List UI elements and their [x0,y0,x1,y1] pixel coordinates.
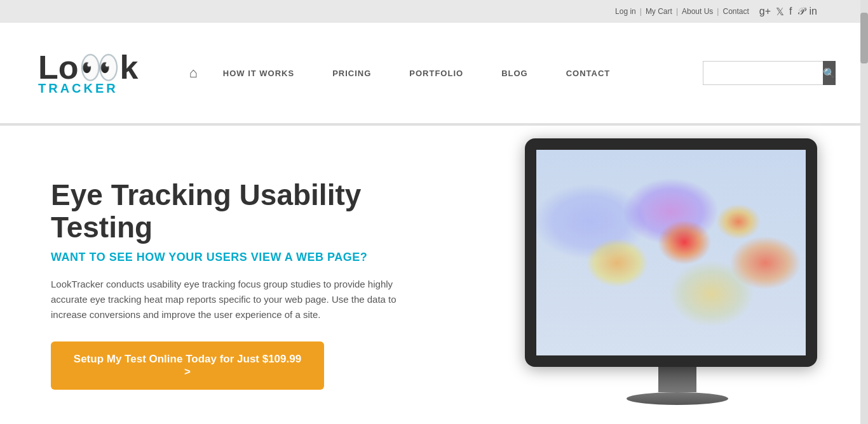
pinterest-icon[interactable]: 𝒫 [797,6,804,17]
main-nav: ⌂ HOW IT WORKS PRICING PORTFOLIO BLOG CO… [189,65,703,81]
about-us-link[interactable]: About Us [682,7,713,16]
sep-2: | [676,7,678,16]
top-bar: Log in | My Cart | About Us | Contact g+… [0,0,868,23]
nav-pricing[interactable]: PRICING [332,69,371,78]
logo[interactable]: Lo👀k TRACKER [38,51,138,96]
sep-1: | [640,7,642,16]
main-content: Eye Tracking Usability Testing WANT TO S… [0,126,868,424]
monitor-stand-neck [658,367,696,392]
monitor-outer [525,138,817,367]
cta-button[interactable]: Setup My Test Online Today for Just $109… [51,341,324,390]
monitor-screen [536,150,806,355]
search-input[interactable] [703,69,823,78]
nav-blog[interactable]: BLOG [501,69,528,78]
nav-contact[interactable]: CONTACT [566,69,611,78]
login-link[interactable]: Log in [615,7,636,16]
contact-link[interactable]: Contact [722,7,749,16]
nav-how-it-works[interactable]: HOW IT WORKS [223,69,294,78]
search-box: 🔍 [703,61,830,85]
my-cart-link[interactable]: My Cart [646,7,672,16]
linkedin-icon[interactable]: in [810,6,817,17]
logo-text-top: Lo👀k [38,51,138,84]
monitor-area [525,138,830,418]
search-button[interactable]: 🔍 [823,61,836,85]
header: Lo👀k TRACKER ⌂ HOW IT WORKS PRICING PORT… [0,23,868,124]
scrollbar[interactable] [860,0,868,424]
heatmap-overlay [536,150,806,355]
monitor-stand-base [627,392,728,405]
google-plus-icon[interactable]: g+ [759,6,771,17]
facebook-icon[interactable]: f [789,6,792,17]
home-icon[interactable]: ⌂ [189,65,197,81]
hero-description: LookTracker conducts usability eye track… [51,277,407,322]
scrollbar-thumb[interactable] [860,13,868,63]
logo-text-bottom: TRACKER [38,81,138,96]
hero-title: Eye Tracking Usability Testing [51,179,432,243]
sep-3: | [717,7,719,16]
nav-portfolio[interactable]: PORTFOLIO [409,69,463,78]
social-icons: g+ 𝕏 f 𝒫 in [759,6,817,18]
hero-text: Eye Tracking Usability Testing WANT TO S… [51,179,432,390]
hero-subtitle: WANT TO SEE HOW YOUR USERS VIEW A WEB PA… [51,251,432,264]
twitter-icon[interactable]: 𝕏 [776,6,784,18]
